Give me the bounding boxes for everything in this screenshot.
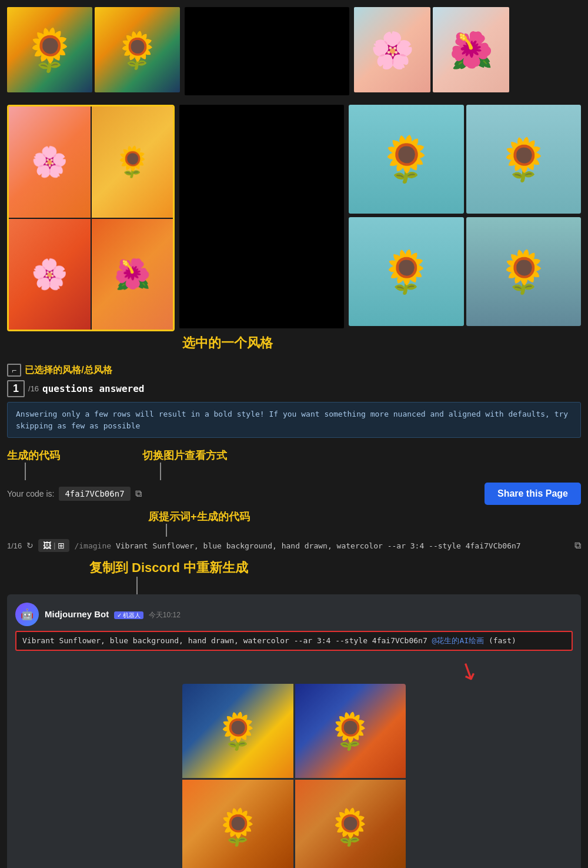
prompt-content: Vibrant Sunflower, blue background, hand… bbox=[116, 541, 521, 550]
sunflower-card-1[interactable]: 🌻 bbox=[349, 105, 464, 214]
bot-name: Midjourney Bot bbox=[45, 609, 109, 619]
discord-img-2 bbox=[295, 684, 406, 778]
grid-img-4 bbox=[92, 219, 173, 330]
bot-badge: ✓ 机器人 bbox=[114, 611, 144, 619]
peach-flower-2 bbox=[433, 7, 509, 92]
discord-header: 🤖 Midjourney Bot ✓ 机器人 今天10:12 bbox=[15, 603, 573, 626]
copy-discord-annotation: 复制到 Discord 中重新生成 bbox=[89, 559, 248, 594]
questions-answered-row: 1 /16 questions answered bbox=[7, 380, 581, 397]
red-arrow-icon: ↘ bbox=[454, 654, 483, 687]
discord-img-1 bbox=[182, 684, 293, 778]
bot-info: Midjourney Bot ✓ 机器人 今天10:12 bbox=[45, 609, 181, 620]
center-selected-img bbox=[179, 105, 344, 328]
refresh-icon[interactable]: ↻ bbox=[26, 541, 34, 550]
sunflower-card-2[interactable]: 🌻 bbox=[466, 105, 582, 214]
discord-section: 🤖 Midjourney Bot ✓ 机器人 今天10:12 Vibrant S… bbox=[7, 594, 581, 868]
annotations-row: 生成的代码 切换图片查看方式 bbox=[0, 447, 588, 480]
copy-prompt-icon[interactable]: ⧉ bbox=[574, 540, 581, 551]
original-prompt-annotation: 原提示词+生成的代码 bbox=[148, 510, 250, 537]
questions-answered-label: questions answered bbox=[42, 383, 144, 394]
bot-time: 今天10:12 bbox=[149, 611, 181, 619]
sunflower-card-4[interactable]: 🌻 bbox=[466, 217, 582, 326]
stained-glass-pair bbox=[7, 7, 180, 92]
discord-annotation-row: 复制到 Discord 中重新生成 bbox=[0, 557, 588, 594]
tools-area: Your code is: 4fai7VCb06n7 ⧉ Share this … bbox=[0, 480, 588, 508]
prompt-annotation-row: 原提示词+生成的代码 bbox=[0, 508, 588, 537]
warning-box: Answering only a few rows will result in… bbox=[7, 402, 581, 438]
question-number: 1 bbox=[7, 380, 25, 397]
discord-img-3 bbox=[182, 780, 293, 868]
sunflower-card-grid: 🌻 🌻 🌻 🌻 bbox=[349, 105, 581, 352]
center-panel: 选中的一个风格 bbox=[179, 105, 344, 352]
selected-style-section: 选中的一个风格 🌻 🌻 🌻 🌻 bbox=[0, 100, 588, 357]
code-area: Your code is: 4fai7VCb06n7 ⧉ bbox=[7, 487, 142, 501]
grid-view-icon[interactable]: ⊞ bbox=[58, 541, 65, 550]
discord-img-4 bbox=[295, 780, 406, 868]
view-toggle[interactable]: 🖼 | ⊞ bbox=[38, 539, 69, 552]
imagine-keyword: /imagine bbox=[74, 541, 111, 550]
code-label: Your code is: bbox=[7, 489, 54, 498]
grid-img-1 bbox=[9, 107, 91, 218]
sunflower-card-3[interactable]: 🌻 bbox=[349, 217, 464, 326]
sunflower-top-row: 🌻 🌻 bbox=[349, 105, 581, 214]
prompt-bar: 1/16 ↻ 🖼 | ⊞ /imagine Vibrant Sunflower,… bbox=[0, 537, 588, 557]
prompt-pagination: 1/16 bbox=[7, 541, 22, 550]
bracket-left: ⌐ bbox=[7, 364, 21, 377]
selected-image-grid[interactable] bbox=[7, 105, 175, 331]
discord-speed: (fast) bbox=[489, 636, 516, 645]
style-count-label: ⌐ 已选择的风格/总风格 bbox=[7, 364, 581, 377]
switch-view-annotation: 切换图片查看方式 bbox=[142, 448, 227, 480]
center-black-img-top bbox=[185, 7, 349, 95]
top-gallery bbox=[0, 0, 588, 95]
generated-code-annotation: 生成的代码 bbox=[7, 448, 60, 480]
grid-img-2 bbox=[92, 107, 173, 218]
info-bar: ⌐ 已选择的风格/总风格 1 /16 questions answered An… bbox=[0, 359, 588, 447]
discord-user-tag: @花生的AI绘画 bbox=[432, 636, 484, 645]
style-count-text: 已选择的风格/总风格 bbox=[25, 364, 112, 377]
image-view-icon[interactable]: 🖼 bbox=[43, 541, 51, 550]
code-value: 4fai7VCb06n7 bbox=[59, 487, 130, 501]
discord-prompt-text: Vibrant Sunflower, blue background, hand… bbox=[22, 636, 427, 645]
discord-prompt: Vibrant Sunflower, blue background, hand… bbox=[15, 631, 573, 651]
share-button[interactable]: Share this Page bbox=[485, 483, 581, 505]
peach-flower-1 bbox=[354, 7, 430, 92]
stained-glass-img-1 bbox=[7, 7, 92, 92]
grid-img-3 bbox=[9, 219, 91, 330]
arrow-area: ↘ bbox=[15, 657, 573, 684]
selected-label: 选中的一个风格 bbox=[182, 334, 344, 352]
stained-glass-img-2 bbox=[95, 7, 180, 92]
discord-image-grid bbox=[182, 684, 406, 868]
divider-icon: | bbox=[54, 541, 55, 550]
peach-flowers bbox=[354, 7, 509, 92]
sunflower-bottom-row: 🌻 🌻 bbox=[349, 217, 581, 326]
question-fraction: /16 bbox=[28, 384, 39, 393]
bot-avatar: 🤖 bbox=[15, 603, 39, 626]
copy-code-icon[interactable]: ⧉ bbox=[135, 488, 142, 499]
prompt-text: /imagine Vibrant Sunflower, blue backgro… bbox=[74, 541, 570, 550]
